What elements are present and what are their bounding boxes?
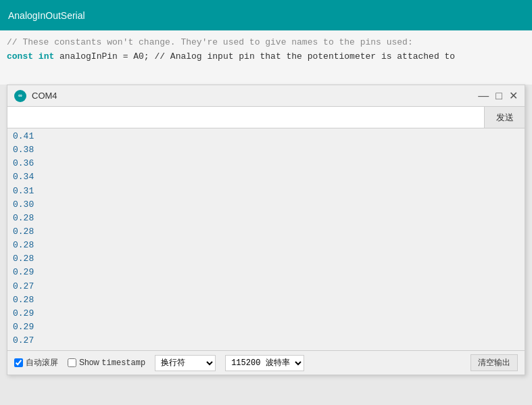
code-area: // These constants won't change. They're… (0, 30, 532, 85)
code-line-2: const int analogInPin = A0; // Analog in… (7, 50, 525, 64)
window-controls: — □ ✕ (478, 91, 518, 101)
serial-line: 0.28 (13, 293, 519, 307)
serial-port-title: COM4 (32, 91, 57, 101)
serial-line: 0.36 (13, 157, 519, 170)
serial-line: 0.28 (13, 239, 519, 252)
serial-input-row: 发送 (7, 107, 525, 128)
serial-monitor-window: ∞ COM4 — □ ✕ 发送 0.410.380.360.340.310.30… (7, 85, 525, 375)
app-titlebar: AnalogInOutSerial (0, 0, 532, 30)
autoscroll-checkbox[interactable] (14, 358, 23, 367)
serial-output-wrapper: 0.410.380.360.340.310.300.280.280.280.28… (7, 128, 525, 350)
autoscroll-label: 自动滚屏 (26, 357, 58, 368)
serial-output[interactable]: 0.410.380.360.340.310.300.280.280.280.28… (7, 128, 525, 350)
serial-line: 0.28 (13, 225, 519, 239)
baud-item: 9600 波特率115200 波特率 (225, 355, 304, 371)
serial-input[interactable] (7, 107, 484, 128)
newline-select[interactable]: 没有结束符换行符回车符换行和回车 (155, 355, 216, 371)
serial-titlebar: ∞ COM4 — □ ✕ (7, 85, 525, 107)
serial-line: 0.27 (13, 280, 519, 293)
timestamp-label: Show timestamp (79, 358, 145, 368)
baud-select[interactable]: 9600 波特率115200 波特率 (225, 355, 304, 371)
minimize-button[interactable]: — (478, 91, 489, 101)
serial-line: 0.31 (13, 185, 519, 198)
autoscroll-item: 自动滚屏 (14, 357, 58, 368)
code-keyword-int: int (39, 51, 54, 62)
code-line2-rest: analogInPin = A0; // Analog input pin th… (54, 51, 455, 62)
newline-item: 没有结束符换行符回车符换行和回车 (155, 355, 216, 371)
serial-line: 0.28 (13, 212, 519, 225)
serial-line: 0.29 (13, 307, 519, 320)
serial-line: 0.41 (13, 130, 519, 143)
serial-line: 0.38 (13, 143, 519, 157)
code-keyword-const: const (7, 51, 33, 62)
serial-toolbar: 自动滚屏 Show timestamp 没有结束符换行符回车符换行和回车 960… (7, 350, 525, 375)
serial-line: 0.29 (13, 320, 519, 334)
code-line-1: // These constants won't change. They're… (7, 36, 525, 50)
send-button[interactable]: 发送 (484, 107, 525, 128)
timestamp-item: Show timestamp (68, 358, 145, 368)
serial-titlebar-left: ∞ COM4 (14, 90, 57, 102)
serial-line: 0.30 (13, 198, 519, 212)
app-title: AnalogInOutSerial (8, 10, 85, 21)
timestamp-checkbox[interactable] (68, 358, 76, 367)
serial-line: 0.34 (13, 170, 519, 184)
maximize-button[interactable]: □ (495, 91, 502, 101)
serial-line: 0.27 (13, 334, 519, 348)
serial-line: 0.28 (13, 252, 519, 266)
clear-button[interactable]: 清空输出 (470, 354, 518, 371)
close-button[interactable]: ✕ (509, 91, 518, 101)
arduino-logo-icon: ∞ (14, 90, 26, 102)
serial-line: 0.29 (13, 266, 519, 279)
